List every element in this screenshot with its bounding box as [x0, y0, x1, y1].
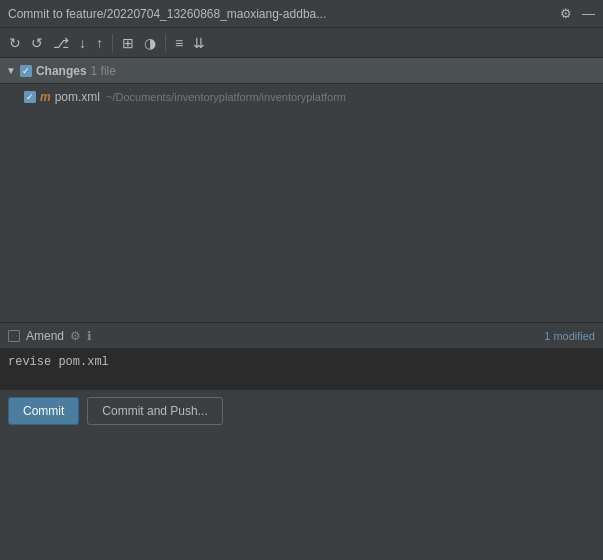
settings-icon[interactable]: ⚙ [560, 6, 572, 21]
group-button[interactable]: ⊞ [119, 34, 137, 52]
title-bar: Commit to feature/20220704_13260868_maox… [0, 0, 603, 28]
maven-icon: m [40, 90, 51, 104]
refresh-button[interactable]: ↻ [6, 34, 24, 52]
file-list: m pom.xml ~/Documents/inventoryplatform/… [0, 84, 603, 322]
toolbar-divider-1 [112, 34, 113, 52]
order-button[interactable]: ≡ [172, 34, 186, 52]
window-controls: ⚙ — [560, 6, 595, 21]
window-title: Commit to feature/20220704_13260868_maox… [8, 7, 560, 21]
amend-left: Amend ⚙ ℹ [8, 329, 92, 343]
file-path: ~/Documents/inventoryplatform/inventoryp… [106, 91, 346, 103]
changes-label: Changes [36, 64, 87, 78]
changes-checkbox-area[interactable] [20, 65, 32, 77]
shelve-button[interactable]: ↓ [76, 34, 89, 52]
amend-checkbox[interactable] [8, 330, 20, 342]
amend-info-icon[interactable]: ℹ [87, 329, 92, 343]
collapse-button[interactable]: ⇊ [190, 34, 208, 52]
changes-header[interactable]: ▼ Changes 1 file [0, 58, 603, 84]
commit-message-input[interactable] [0, 349, 603, 389]
toolbar-divider-2 [165, 34, 166, 52]
changes-checkbox[interactable] [20, 65, 32, 77]
undo-button[interactable]: ↺ [28, 34, 46, 52]
unshelve-button[interactable]: ↑ [93, 34, 106, 52]
file-checkbox[interactable] [24, 91, 36, 103]
bottom-panel: Amend ⚙ ℹ 1 modified [0, 323, 603, 389]
diff-button[interactable]: ◑ [141, 34, 159, 52]
main-content-area: ▼ Changes 1 file m pom.xml ~/Documents/i… [0, 58, 603, 323]
vcs-button[interactable]: ⎇ [50, 34, 72, 52]
file-name: pom.xml [55, 90, 100, 104]
close-icon[interactable]: — [582, 6, 595, 21]
amend-settings-icon[interactable]: ⚙ [70, 329, 81, 343]
list-item[interactable]: m pom.xml ~/Documents/inventoryplatform/… [0, 86, 603, 108]
commit-and-push-button[interactable]: Commit and Push... [87, 397, 222, 425]
footer: Commit Commit and Push... [0, 389, 603, 431]
modified-badge: 1 modified [544, 330, 595, 342]
toolbar: ↻ ↺ ⎇ ↓ ↑ ⊞ ◑ ≡ ⇊ [0, 28, 603, 58]
amend-bar: Amend ⚙ ℹ 1 modified [0, 323, 603, 349]
commit-button[interactable]: Commit [8, 397, 79, 425]
amend-label: Amend [26, 329, 64, 343]
expand-chevron-icon: ▼ [6, 65, 16, 76]
changes-count: 1 file [91, 64, 116, 78]
